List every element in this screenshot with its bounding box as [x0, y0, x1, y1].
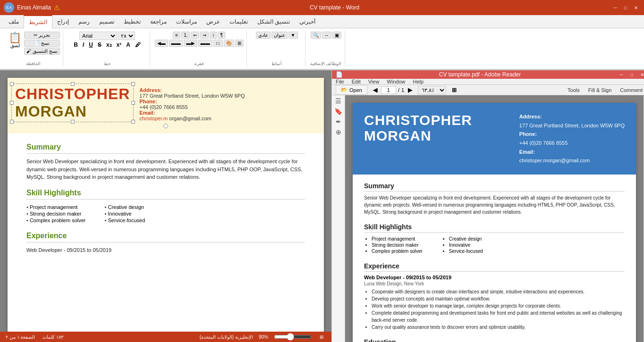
- font-size-select[interactable]: ٢٨: [118, 32, 135, 40]
- cv-name-contact: CHRISTOPHER MORGAN: [15, 85, 316, 121]
- copy-button[interactable]: 📄 نسخ: [24, 40, 60, 47]
- restore-button[interactable]: □: [621, 3, 630, 12]
- close-button[interactable]: ✕: [632, 3, 640, 12]
- paste-icon: 📋: [8, 33, 21, 43]
- pdf-restore-button[interactable]: □: [627, 70, 636, 79]
- summary-section-word: Summary Senior Web Developer specializin…: [26, 143, 305, 181]
- pdf-skills-section: Skill Highlights Project management Stro…: [364, 223, 625, 255]
- tab-help[interactable]: تعليمات: [225, 15, 253, 28]
- ribbon-group-font: Arial ٢٨ B I U S x₂ x² A 🖊 خط: [65, 30, 150, 67]
- pdf-menu-file[interactable]: File: [336, 79, 344, 84]
- numbering-button[interactable]: 1.: [181, 32, 190, 39]
- format-painter-button[interactable]: 🖌 نسخ التنسيق: [24, 48, 60, 55]
- cv-header-word: CHRISTOPHER MORGAN: [8, 78, 324, 133]
- underline-button[interactable]: U: [87, 41, 95, 49]
- pdf-fit-button[interactable]: ⊞: [450, 86, 458, 94]
- pdf-education-section: Education Bachelor of Science: Computer …: [364, 338, 625, 342]
- pdf-menu-help[interactable]: Help: [413, 79, 424, 84]
- title-bar-left: EA Einas Almalla ⚠: [4, 2, 60, 13]
- skills-columns-word: Project management Strong decision maker…: [26, 203, 305, 224]
- styles-more[interactable]: ▼: [288, 32, 298, 39]
- pdf-page-input[interactable]: [381, 86, 396, 94]
- paste-button[interactable]: 📋 لصق: [7, 32, 23, 55]
- pdf-sidebar-signature-icon[interactable]: ✒: [336, 118, 341, 125]
- pdf-sidebar-bookmark-icon[interactable]: 🔖: [334, 108, 342, 115]
- pdf-page-sep: /: [398, 87, 399, 93]
- handle-mr[interactable]: [131, 101, 135, 105]
- pdf-menu-window[interactable]: Window: [387, 79, 405, 84]
- tab-file[interactable]: ملف: [4, 15, 24, 28]
- style-heading[interactable]: عنوان: [271, 32, 288, 39]
- tab-shape-format[interactable]: تنسيق الشكل: [253, 15, 295, 28]
- pdf-close-button[interactable]: ✕: [638, 70, 644, 79]
- text-color-button[interactable]: A: [124, 41, 132, 49]
- center-handle[interactable]: [163, 124, 168, 128]
- pdf-open-button[interactable]: 📂 Open: [336, 85, 367, 95]
- tab-home[interactable]: الشريط: [24, 15, 52, 28]
- handle-ml[interactable]: [10, 101, 14, 105]
- pdf-window-controls[interactable]: ─ □ ✕: [617, 70, 644, 79]
- pdf-comment-button[interactable]: Comment: [616, 86, 644, 94]
- pdf-menu-view[interactable]: View: [368, 79, 380, 84]
- tab-review[interactable]: مراجعة: [145, 15, 171, 28]
- pilcrow-button[interactable]: ¶: [218, 32, 225, 39]
- superscript-button[interactable]: x²: [115, 41, 124, 49]
- tab-mailings[interactable]: مراسلات: [171, 15, 202, 28]
- pdf-fill-sign-button[interactable]: Fill & Sign: [585, 86, 616, 94]
- select-button[interactable]: ▣: [332, 32, 341, 39]
- replace-button[interactable]: ↔: [322, 32, 331, 39]
- pdf-sidebar-page-icon[interactable]: ☰: [335, 97, 341, 105]
- strikethrough-button[interactable]: S: [96, 41, 103, 49]
- align-right-button[interactable]: ▬▶: [184, 40, 197, 47]
- highlight-button[interactable]: 🖊: [133, 41, 143, 49]
- handle-tl[interactable]: [10, 82, 14, 86]
- style-normal[interactable]: عادي: [256, 32, 271, 39]
- handle-tr[interactable]: [131, 82, 135, 86]
- pdf-sidebar-layers-icon[interactable]: ⊕: [336, 128, 341, 136]
- sort-button[interactable]: ↕: [210, 32, 217, 39]
- paragraph-label: فقرة: [195, 60, 203, 66]
- pdf-next-page[interactable]: ▶: [406, 86, 414, 94]
- tab-view[interactable]: عرض: [202, 15, 225, 28]
- justify-button[interactable]: ▬▬: [198, 40, 212, 47]
- borders-button[interactable]: ⊞: [235, 40, 244, 47]
- align-center-button[interactable]: ▬▬: [169, 40, 183, 47]
- shading-button[interactable]: 🎨: [224, 40, 234, 47]
- pdf-navigation: ◀ / 1 ▶: [371, 86, 414, 94]
- tab-insert[interactable]: إدراج: [52, 15, 74, 28]
- zoom-slider-word[interactable]: [274, 333, 312, 341]
- bold-button[interactable]: B: [72, 41, 80, 49]
- pdf-tools-button[interactable]: Tools: [564, 86, 584, 94]
- handle-bl[interactable]: [10, 120, 14, 124]
- pdf-prev-page[interactable]: ◀: [371, 86, 379, 94]
- align-left-button[interactable]: ◀▬: [155, 40, 168, 47]
- tab-layout[interactable]: تخطيط: [119, 15, 145, 28]
- pdf-minimize-button[interactable]: ─: [617, 70, 626, 79]
- indent-inc-button[interactable]: ⇒: [200, 32, 209, 39]
- word-doc-area[interactable]: CHRISTOPHER MORGAN: [0, 70, 331, 332]
- pdf-skills-columns: Project management Strong decision maker…: [364, 235, 625, 255]
- email-link-word[interactable]: christoper.m: [139, 116, 168, 121]
- page-info: الصفحة ١ من ٢: [6, 334, 35, 340]
- tab-draw[interactable]: رسم: [74, 15, 94, 28]
- pdf-tools: Tools Fill & Sign Comment: [564, 86, 644, 94]
- find-button[interactable]: 🔍: [311, 32, 321, 39]
- italic-button[interactable]: I: [81, 41, 86, 49]
- minimize-button[interactable]: ─: [611, 3, 619, 12]
- cut-button[interactable]: ✂ تحرير: [24, 32, 60, 39]
- view-mode-btn[interactable]: ⊞: [317, 333, 326, 341]
- indent-dec-button[interactable]: ⇐: [191, 32, 199, 39]
- skill-6-word: Service-focused: [105, 217, 145, 223]
- pdf-menu-edit[interactable]: Edit: [352, 79, 361, 84]
- word-window-controls[interactable]: ─ □ ✕: [611, 3, 640, 12]
- font-family-select[interactable]: Arial: [79, 32, 117, 40]
- tab-design[interactable]: تصميم: [94, 15, 119, 28]
- line-spacing-button[interactable]: ↕↕: [213, 40, 223, 47]
- cv-contact-word: Address: 177 Great Portland Street, Lond…: [139, 85, 245, 121]
- pdf-content[interactable]: CHRISTOPHER MORGAN Address: 177 Great Po…: [345, 95, 644, 342]
- subscript-button[interactable]: x₂: [104, 41, 114, 49]
- bullets-button[interactable]: ≡: [173, 32, 180, 39]
- tab-recent[interactable]: أخيرتي: [295, 15, 320, 28]
- pdf-title: CV tamplate.pdf - Adobe Reader: [347, 71, 613, 78]
- pdf-zoom-select[interactable]: ٦٣,٨٪: [418, 86, 446, 94]
